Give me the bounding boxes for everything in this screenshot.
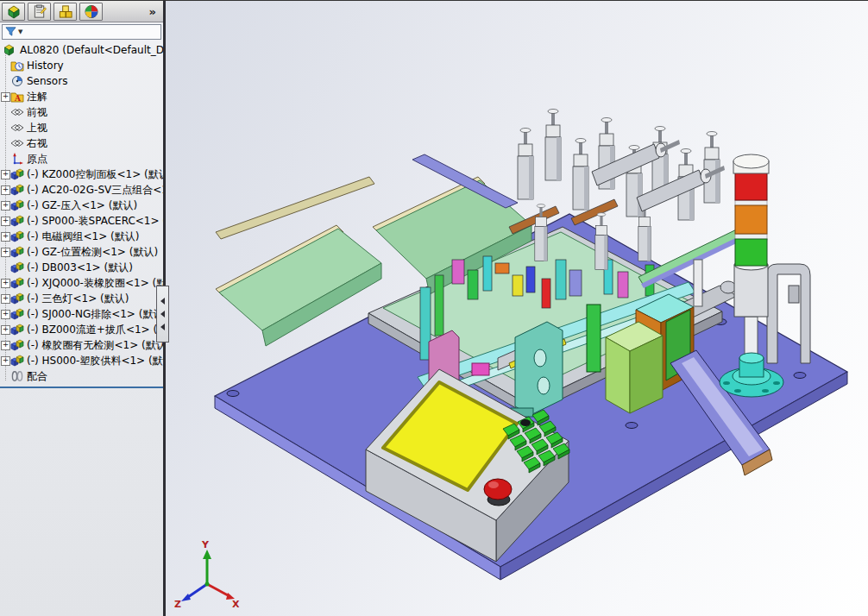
expand-plus-icon[interactable]: +	[1, 294, 10, 304]
collapse-arrow-icon	[160, 311, 165, 317]
triad-y-label: Y	[201, 539, 210, 550]
panel-tab-propertymanager[interactable]	[28, 3, 51, 21]
assembly-icon	[2, 43, 18, 57]
component-icon	[10, 261, 25, 274]
orientation-triad: Y Z X	[174, 539, 240, 610]
tree-item[interactable]: +(-) SJ000-NG排除<1> (默认)	[0, 306, 163, 322]
tree-item-label: AL0820 (Default<Default_Disp	[18, 44, 163, 56]
tree-expander-slot: +	[0, 356, 10, 366]
toolbar-overflow-button[interactable]: »	[149, 5, 160, 18]
tree-item[interactable]: +(-) XJQ000-装橡胶圈<1> (默	[0, 275, 163, 291]
component-icon	[10, 338, 25, 352]
assembly-model: Y Z X	[166, 1, 868, 616]
tree-expander-slot: +	[0, 341, 10, 350]
tree-item[interactable]: +(-) SP000-装SPACERC<1> (默	[0, 213, 163, 229]
tree-expander-slot: +	[0, 217, 10, 226]
tree-item[interactable]: +(-) GZ-压入<1> (默认)	[0, 198, 163, 213]
feature-tree: AL0820 (Default<Default_DispHistorySenso…	[0, 41, 163, 384]
tree-item-label: (-) SP000-装SPACERC<1> (默	[25, 214, 163, 229]
panel-tab-configurationmanager[interactable]	[53, 3, 77, 21]
tree-item[interactable]: +(-) GZ-位置检测<1> (默认)	[0, 244, 163, 260]
tree-item-label: 注解	[25, 90, 47, 104]
tree-item[interactable]: 右视	[0, 135, 163, 151]
tree-expander-slot: +	[0, 92, 10, 102]
expand-plus-icon[interactable]: +	[1, 185, 10, 195]
component-icon	[10, 354, 25, 368]
tree-item-label: (-) XJQ000-装橡胶圈<1> (默	[25, 276, 163, 291]
tree-item[interactable]: Sensors	[0, 73, 163, 89]
filter-funnel-icon[interactable]	[5, 24, 16, 41]
expand-plus-icon[interactable]: +	[1, 232, 10, 242]
tree-item[interactable]: +(-) 三色灯<1> (默认)	[0, 291, 163, 306]
tree-item-label: (-) 电磁阀组<1> (默认)	[25, 229, 139, 244]
history-icon	[10, 59, 25, 72]
tab-displaymanager-icon	[84, 4, 99, 19]
panel-tab-displaymanager[interactable]	[79, 3, 103, 21]
tree-expander-slot: +	[0, 279, 10, 288]
expand-plus-icon[interactable]: +	[1, 279, 10, 288]
expand-plus-icon[interactable]: +	[1, 92, 10, 102]
tree-item[interactable]: +(-) BZ000流道+拔爪<1> (默认	[0, 322, 163, 337]
expand-plus-icon[interactable]: +	[1, 356, 10, 366]
component-icon	[10, 229, 25, 243]
expand-plus-icon[interactable]: +	[1, 170, 10, 179]
tree-root-item[interactable]: AL0820 (Default<Default_Disp	[0, 42, 163, 58]
expand-plus-icon[interactable]: +	[1, 310, 10, 319]
collapse-arrow-icon	[160, 324, 165, 330]
tree-item-label: (-) KZ000控制面板<1> (默认	[25, 167, 163, 182]
tab-propertymanager-icon	[32, 4, 47, 19]
tree-item[interactable]: 原点	[0, 151, 163, 167]
viewport-3d[interactable]: Y Z X	[166, 1, 868, 616]
tree-expander-slot: +	[0, 325, 10, 335]
tree-item[interactable]: +A注解	[0, 89, 163, 104]
tree-expander-slot: +	[0, 232, 10, 242]
expand-plus-icon[interactable]: +	[1, 248, 10, 257]
tree-item[interactable]: (-) DB003<1> (默认)	[0, 260, 163, 275]
tree-item[interactable]: +(-) 电磁阀组<1> (默认)	[0, 229, 163, 244]
mates-icon	[10, 369, 25, 383]
tree-item[interactable]: 上视	[0, 120, 163, 135]
tree-item-label: History	[25, 60, 64, 72]
tree-filter-bar[interactable]: ▼	[2, 24, 161, 40]
sensors-icon	[10, 74, 25, 88]
tree-item[interactable]: History	[0, 58, 163, 73]
component-icon	[10, 323, 25, 336]
filter-caret-icon[interactable]: ▼	[18, 29, 22, 35]
component-icon	[10, 245, 25, 259]
tree-item[interactable]: 前视	[0, 104, 163, 120]
tree-item-label: 配合	[25, 369, 47, 384]
expand-plus-icon[interactable]: +	[1, 217, 10, 226]
component-icon	[10, 214, 25, 228]
tree-item-label: (-) BZ000流道+拔爪<1> (默认	[25, 323, 163, 337]
tree-expander-slot: +	[0, 185, 10, 195]
tree-item-label: (-) GZ-压入<1> (默认)	[25, 198, 137, 213]
featuremanager-panel: » ▼ AL0820 (Default<Default_DispHistoryS…	[0, 1, 163, 616]
plane-icon	[10, 121, 25, 135]
origin-icon	[10, 152, 25, 166]
expand-plus-icon[interactable]: +	[1, 341, 10, 350]
tree-expander-slot: +	[0, 310, 10, 319]
tree-item[interactable]: 配合	[0, 368, 163, 384]
panel-tab-bar: »	[0, 1, 163, 22]
solidworks-window: { "toolbar": { "overflow": "»", "tabs": …	[0, 0, 868, 616]
tree-item[interactable]: +(-) HS000-塑胶供料<1> (默认	[0, 353, 163, 368]
panel-splitter-handle[interactable]	[156, 286, 169, 343]
expand-plus-icon[interactable]: +	[1, 201, 10, 211]
tree-item[interactable]: +(-) KZ000控制面板<1> (默认	[0, 167, 163, 182]
component-icon	[10, 167, 25, 181]
annotations-icon: A	[10, 90, 25, 104]
tree-item-label: Sensors	[25, 75, 67, 87]
tree-item-label: (-) AC20-02G-SV三点组合<1>	[25, 183, 163, 198]
tree-item-label: (-) SJ000-NG排除<1> (默认)	[25, 307, 163, 322]
panel-tab-featuremanager[interactable]	[2, 3, 25, 21]
plane-icon	[10, 105, 25, 119]
tree-expander-slot: +	[0, 201, 10, 211]
tree-item-label: (-) 三色灯<1> (默认)	[25, 292, 129, 306]
tree-item-label: 前视	[25, 105, 47, 120]
component-icon	[10, 292, 25, 305]
tree-item[interactable]: +(-) 橡胶圈有无检测<1> (默认	[0, 337, 163, 353]
tree-item[interactable]: +(-) AC20-02G-SV三点组合<1>	[0, 182, 163, 198]
tree-item-label: (-) 橡胶圈有无检测<1> (默认	[25, 338, 163, 353]
expand-plus-icon[interactable]: +	[1, 325, 10, 335]
svg-text:A: A	[14, 94, 22, 103]
